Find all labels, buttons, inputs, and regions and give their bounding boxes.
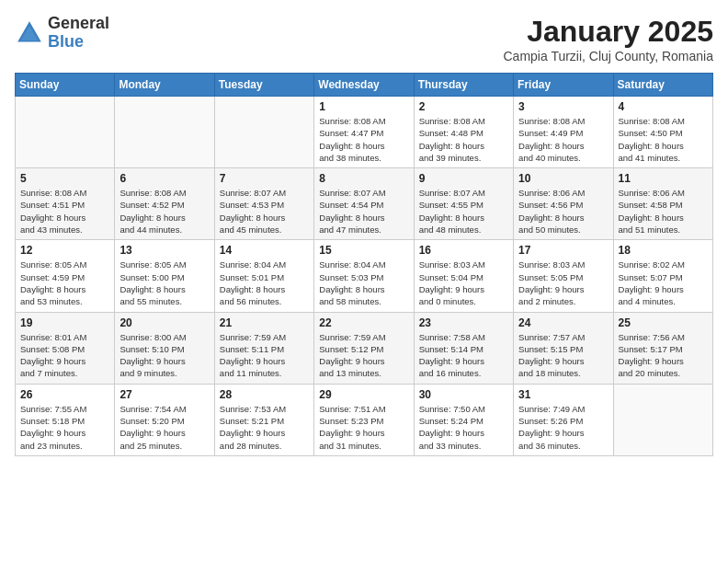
day-number: 14 <box>220 244 309 257</box>
day-info: Sunrise: 8:01 AM Sunset: 5:08 PM Dayligh… <box>20 331 109 380</box>
day-info: Sunrise: 7:59 AM Sunset: 5:12 PM Dayligh… <box>319 331 408 380</box>
day-info: Sunrise: 7:54 AM Sunset: 5:20 PM Dayligh… <box>119 403 209 452</box>
calendar-cell: 7Sunrise: 8:07 AM Sunset: 4:53 PM Daylig… <box>214 168 313 240</box>
calendar-cell: 1Sunrise: 8:08 AM Sunset: 4:47 PM Daylig… <box>314 97 414 168</box>
day-number: 12 <box>20 244 109 257</box>
calendar-cell: 19Sunrise: 8:01 AM Sunset: 5:08 PM Dayli… <box>16 312 115 384</box>
day-number: 18 <box>619 244 708 257</box>
logo: General Blue <box>15 15 109 52</box>
calendar-week-5: 26Sunrise: 7:55 AM Sunset: 5:18 PM Dayli… <box>16 384 713 455</box>
calendar-cell: 10Sunrise: 8:06 AM Sunset: 4:56 PM Dayli… <box>514 168 613 240</box>
calendar-cell: 13Sunrise: 8:05 AM Sunset: 5:00 PM Dayli… <box>115 240 214 312</box>
calendar-cell: 22Sunrise: 7:59 AM Sunset: 5:12 PM Dayli… <box>314 312 414 384</box>
calendar-cell: 3Sunrise: 8:08 AM Sunset: 4:49 PM Daylig… <box>514 97 613 168</box>
calendar-cell: 31Sunrise: 7:49 AM Sunset: 5:26 PM Dayli… <box>514 384 613 455</box>
day-info: Sunrise: 8:07 AM Sunset: 4:53 PM Dayligh… <box>220 187 309 236</box>
day-number: 2 <box>419 100 508 113</box>
day-number: 24 <box>518 316 608 329</box>
day-info: Sunrise: 8:06 AM Sunset: 4:56 PM Dayligh… <box>518 187 608 236</box>
day-number: 11 <box>619 172 708 185</box>
calendar-cell: 27Sunrise: 7:54 AM Sunset: 5:20 PM Dayli… <box>115 384 214 455</box>
logo-icon <box>15 18 44 48</box>
location-title: Campia Turzii, Cluj County, Romania <box>504 49 714 63</box>
calendar-cell <box>613 384 712 455</box>
calendar-cell: 30Sunrise: 7:50 AM Sunset: 5:24 PM Dayli… <box>414 384 513 455</box>
weekday-header-sunday: Sunday <box>16 74 115 97</box>
calendar-cell: 12Sunrise: 8:05 AM Sunset: 4:59 PM Dayli… <box>16 240 115 312</box>
day-number: 22 <box>319 316 408 329</box>
calendar-week-1: 1Sunrise: 8:08 AM Sunset: 4:47 PM Daylig… <box>16 97 713 168</box>
day-info: Sunrise: 8:04 AM Sunset: 5:01 PM Dayligh… <box>220 259 309 307</box>
day-number: 15 <box>319 244 408 257</box>
title-block: January 2025 Campia Turzii, Cluj County,… <box>504 15 714 63</box>
day-number: 23 <box>419 316 508 329</box>
day-info: Sunrise: 8:05 AM Sunset: 4:59 PM Dayligh… <box>20 259 109 307</box>
day-info: Sunrise: 7:53 AM Sunset: 5:21 PM Dayligh… <box>220 403 309 452</box>
day-info: Sunrise: 8:08 AM Sunset: 4:49 PM Dayligh… <box>518 115 608 164</box>
calendar-cell: 14Sunrise: 8:04 AM Sunset: 5:01 PM Dayli… <box>214 240 313 312</box>
calendar-cell: 18Sunrise: 8:02 AM Sunset: 5:07 PM Dayli… <box>613 240 712 312</box>
day-info: Sunrise: 7:49 AM Sunset: 5:26 PM Dayligh… <box>518 403 608 452</box>
day-number: 16 <box>419 244 508 257</box>
calendar-cell: 2Sunrise: 8:08 AM Sunset: 4:48 PM Daylig… <box>414 97 513 168</box>
day-info: Sunrise: 8:08 AM Sunset: 4:50 PM Dayligh… <box>619 115 708 164</box>
day-info: Sunrise: 8:03 AM Sunset: 5:05 PM Dayligh… <box>518 259 608 307</box>
day-number: 20 <box>119 316 209 329</box>
day-info: Sunrise: 8:03 AM Sunset: 5:04 PM Dayligh… <box>419 259 508 307</box>
day-number: 5 <box>20 172 109 185</box>
calendar-cell: 17Sunrise: 8:03 AM Sunset: 5:05 PM Dayli… <box>514 240 613 312</box>
day-number: 4 <box>619 100 708 113</box>
day-number: 28 <box>220 388 309 401</box>
day-info: Sunrise: 7:55 AM Sunset: 5:18 PM Dayligh… <box>20 403 109 452</box>
day-number: 3 <box>518 100 608 113</box>
calendar-cell: 21Sunrise: 7:59 AM Sunset: 5:11 PM Dayli… <box>214 312 313 384</box>
calendar-cell: 28Sunrise: 7:53 AM Sunset: 5:21 PM Dayli… <box>214 384 313 455</box>
calendar-table: SundayMondayTuesdayWednesdayThursdayFrid… <box>15 73 713 456</box>
day-number: 21 <box>220 316 309 329</box>
calendar-cell: 11Sunrise: 8:06 AM Sunset: 4:58 PM Dayli… <box>613 168 712 240</box>
day-number: 31 <box>518 388 608 401</box>
day-number: 1 <box>319 100 408 113</box>
weekday-header-tuesday: Tuesday <box>214 74 313 97</box>
logo-text: General Blue <box>48 15 109 52</box>
calendar-cell: 23Sunrise: 7:58 AM Sunset: 5:14 PM Dayli… <box>414 312 513 384</box>
weekday-header-monday: Monday <box>115 74 214 97</box>
calendar-cell: 25Sunrise: 7:56 AM Sunset: 5:17 PM Dayli… <box>613 312 712 384</box>
weekday-header-wednesday: Wednesday <box>314 74 414 97</box>
day-info: Sunrise: 8:05 AM Sunset: 5:00 PM Dayligh… <box>119 259 209 307</box>
day-number: 25 <box>619 316 708 329</box>
day-number: 8 <box>319 172 408 185</box>
day-number: 19 <box>20 316 109 329</box>
calendar-cell: 5Sunrise: 8:08 AM Sunset: 4:51 PM Daylig… <box>16 168 115 240</box>
day-number: 7 <box>220 172 309 185</box>
calendar-week-3: 12Sunrise: 8:05 AM Sunset: 4:59 PM Dayli… <box>16 240 713 312</box>
month-title: January 2025 <box>504 15 714 49</box>
day-info: Sunrise: 7:50 AM Sunset: 5:24 PM Dayligh… <box>419 403 508 452</box>
day-info: Sunrise: 8:08 AM Sunset: 4:52 PM Dayligh… <box>119 187 209 236</box>
day-info: Sunrise: 8:00 AM Sunset: 5:10 PM Dayligh… <box>119 331 209 380</box>
calendar-cell <box>16 97 115 168</box>
day-number: 17 <box>518 244 608 257</box>
day-info: Sunrise: 7:51 AM Sunset: 5:23 PM Dayligh… <box>319 403 408 452</box>
calendar-cell: 15Sunrise: 8:04 AM Sunset: 5:03 PM Dayli… <box>314 240 414 312</box>
calendar-cell: 9Sunrise: 8:07 AM Sunset: 4:55 PM Daylig… <box>414 168 513 240</box>
weekday-header-row: SundayMondayTuesdayWednesdayThursdayFrid… <box>16 74 713 97</box>
day-info: Sunrise: 8:07 AM Sunset: 4:54 PM Dayligh… <box>319 187 408 236</box>
day-info: Sunrise: 7:56 AM Sunset: 5:17 PM Dayligh… <box>619 331 708 380</box>
day-info: Sunrise: 8:08 AM Sunset: 4:47 PM Dayligh… <box>319 115 408 164</box>
day-number: 29 <box>319 388 408 401</box>
day-number: 13 <box>119 244 209 257</box>
page-header: General Blue January 2025 Campia Turzii,… <box>15 15 713 63</box>
calendar-cell: 20Sunrise: 8:00 AM Sunset: 5:10 PM Dayli… <box>115 312 214 384</box>
calendar-cell: 26Sunrise: 7:55 AM Sunset: 5:18 PM Dayli… <box>16 384 115 455</box>
day-number: 27 <box>119 388 209 401</box>
weekday-header-friday: Friday <box>514 74 613 97</box>
calendar-cell <box>115 97 214 168</box>
calendar-cell: 8Sunrise: 8:07 AM Sunset: 4:54 PM Daylig… <box>314 168 414 240</box>
weekday-header-thursday: Thursday <box>414 74 513 97</box>
weekday-header-saturday: Saturday <box>613 74 712 97</box>
calendar-cell: 24Sunrise: 7:57 AM Sunset: 5:15 PM Dayli… <box>514 312 613 384</box>
day-info: Sunrise: 7:59 AM Sunset: 5:11 PM Dayligh… <box>220 331 309 380</box>
day-number: 30 <box>419 388 508 401</box>
calendar-cell: 6Sunrise: 8:08 AM Sunset: 4:52 PM Daylig… <box>115 168 214 240</box>
